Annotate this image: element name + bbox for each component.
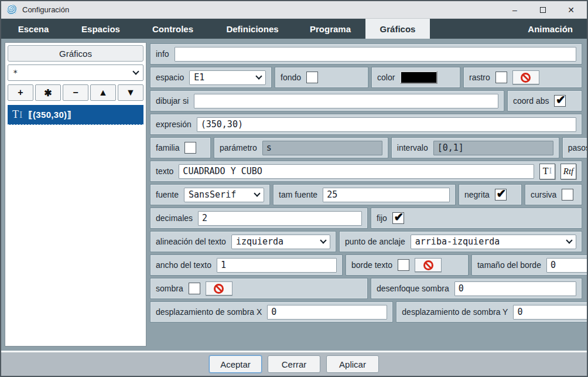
desenfoque-group: desenfoque sombra [371,278,582,299]
tab-bar: Escena Espacios Controles Definiciones P… [1,19,587,39]
desp-x-input[interactable] [267,305,387,320]
maximize-icon [540,7,546,13]
graphics-toolbar: + ✱ − ▲ ▼ [8,84,143,101]
alineacion-value: izquierda [236,236,283,247]
espacio-label: espacio [156,73,184,82]
decimales-input[interactable] [198,211,362,226]
intervalo-label: intervalo [397,143,428,152]
color-group: color [371,67,460,88]
tab-espacios[interactable]: Espacios [66,19,136,39]
sombra-none-button[interactable] [206,281,233,296]
row-decimales: decimales fijo ✔ [150,208,582,229]
window-controls: – ✕ [505,2,581,18]
tab-definiciones[interactable]: Definiciones [210,19,295,39]
info-input[interactable] [175,47,576,62]
add-graphic-button[interactable]: + [8,84,33,101]
remove-graphic-button[interactable]: − [63,84,88,101]
texto-input[interactable] [179,164,534,179]
alineacion-label: alineación del texto [156,237,226,246]
desp-y-label: desplazamiento de sombra Y [402,307,508,317]
tam-fuente-input[interactable] [323,188,450,202]
tab-controles[interactable]: Controles [136,19,210,39]
anclaje-value: arriba-izquierda [415,236,500,247]
borde-texto-none-button[interactable] [415,258,442,272]
content-area: Gráficos * + ✱ − ▲ ▼ T I ⟦(350,30)⟧ [1,39,587,349]
dibujar-si-input[interactable] [194,94,498,108]
sombra-checkbox[interactable] [189,283,200,294]
list-item-label: ⟦(350,30)⟧ [28,110,71,120]
plain-text-editor-button[interactable]: TI [539,164,555,179]
chevron-down-icon [254,190,260,196]
apply-button[interactable]: Aplicar [326,355,379,373]
decimales-group: decimales [150,208,368,229]
close-button[interactable]: ✕ [561,2,581,18]
row-sombra: sombra desenfoque sombra [150,278,582,299]
borde-texto-label: borde texto [351,260,392,270]
ancho-texto-input[interactable] [217,258,337,273]
tab-graficos[interactable]: Gráficos [365,19,430,39]
check-icon: ✔ [556,97,566,103]
sombra-label: sombra [156,284,183,293]
fijo-checkbox[interactable]: ✔ [392,212,404,224]
maximize-button[interactable] [533,2,553,18]
texto-group: texto TI Rtf [150,161,582,182]
list-item-text-graphic[interactable]: T I ⟦(350,30)⟧ [8,105,143,125]
tab-escena[interactable]: Escena [1,19,66,39]
rastro-none-button[interactable] [512,70,539,84]
tamano-borde-label: tamaño del borde [477,260,541,270]
graphics-list-panel: Gráficos * + ✱ − ▲ ▼ T I ⟦(350,30)⟧ [5,42,146,347]
texto-label: texto [156,167,173,176]
info-label: info [156,49,169,59]
parametro-group: parámetro [214,137,388,158]
desp-y-input[interactable] [513,305,588,320]
row-texto: texto TI Rtf [150,161,582,182]
close-dialog-button[interactable]: Cerrar [268,355,320,373]
tamano-borde-group: tamaño del borde [471,254,588,276]
sombra-group: sombra [150,278,368,299]
alineacion-group: alineación del texto izquierda [150,231,336,252]
title-bar: Configuración – ✕ [1,1,587,19]
espacio-select[interactable]: E1 [189,70,266,85]
fijo-label: fijo [377,213,387,223]
cursiva-checkbox[interactable] [562,189,573,201]
color-swatch-button[interactable] [400,71,437,84]
properties-panel: info espacio E1 fondo col [150,43,582,349]
move-down-button[interactable]: ▼ [118,84,143,101]
expresion-group: expresión [150,114,582,135]
row-alineacion: alineación del texto izquierda punto de … [150,231,582,252]
row-expresion: expresión [150,114,582,135]
graphics-list: T I ⟦(350,30)⟧ [8,105,143,344]
accept-button[interactable]: Aceptar [209,355,262,373]
rtf-editor-button[interactable]: Rtf [560,164,576,179]
no-sign-icon [521,73,531,83]
rastro-checkbox[interactable] [495,72,507,83]
duplicate-graphic-button[interactable]: ✱ [35,84,61,101]
tab-animacion[interactable]: Animación [522,19,587,39]
desenfoque-input[interactable] [454,281,576,296]
ancho-texto-label: ancho del texto [156,260,211,270]
graphics-filter-select[interactable]: * [8,64,143,81]
familia-checkbox[interactable] [184,142,196,154]
fuente-group: fuente SansSerif [150,184,270,205]
cursiva-group: cursiva [525,184,582,205]
familia-group: familia [150,137,211,158]
alineacion-select[interactable]: izquierda [231,235,330,249]
intervalo-group: intervalo [391,137,559,158]
graphics-panel-title: Gráficos [8,45,143,62]
coord-abs-checkbox[interactable]: ✔ [554,95,566,107]
row-info: info [150,43,582,64]
expresion-input[interactable] [197,117,576,132]
borde-texto-checkbox[interactable] [398,259,409,271]
anclaje-select[interactable]: arriba-izquierda [411,235,576,249]
tamano-borde-input[interactable] [546,258,588,273]
minimize-button[interactable]: – [505,2,525,18]
configuration-window: Configuración – ✕ Escena Espacios Contro… [0,0,588,377]
fondo-checkbox[interactable] [306,72,318,83]
negrita-checkbox[interactable]: ✔ [495,189,507,201]
tam-fuente-label: tam fuente [279,190,317,199]
info-group: info [150,43,582,64]
move-up-button[interactable]: ▲ [90,84,116,101]
tab-programa[interactable]: Programa [295,19,365,39]
fuente-select[interactable]: SansSerif [184,188,264,202]
espacio-group: espacio E1 [150,67,272,88]
